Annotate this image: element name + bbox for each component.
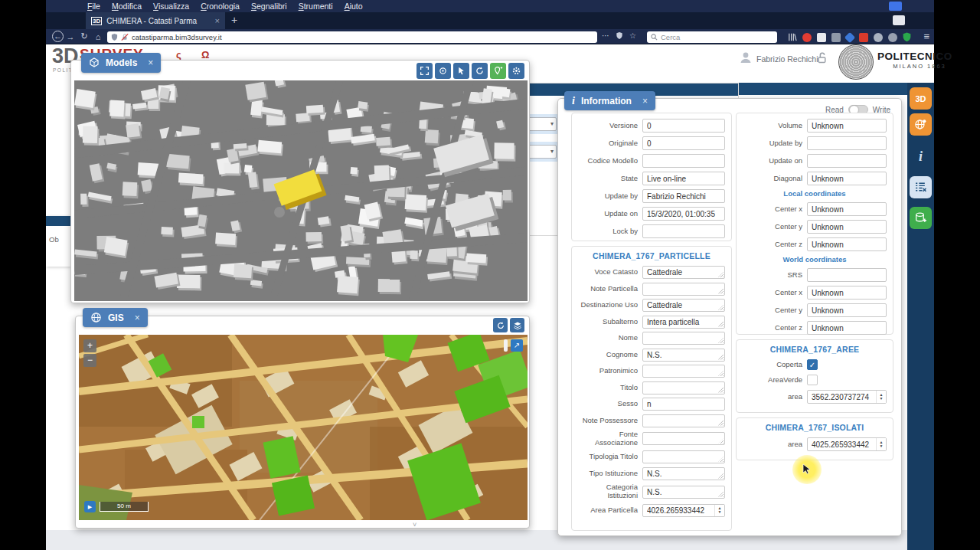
menu-cronologia[interactable]: Cronologia xyxy=(201,2,240,11)
gis-map-viewport[interactable]: + − ↗ ▶ 50 m xyxy=(79,335,528,520)
field-input[interactable] xyxy=(642,316,725,329)
map-play-button[interactable]: ▶ xyxy=(84,501,96,512)
gis-panel-tab[interactable]: GIS × xyxy=(83,308,148,327)
map-zoom-in-button[interactable]: + xyxy=(83,339,96,352)
menu-visualizza[interactable]: Visualizza xyxy=(153,2,189,11)
downloadhelper-icon[interactable] xyxy=(844,31,855,42)
information-panel-tab[interactable]: i Information × xyxy=(564,91,655,110)
back-button[interactable]: ← xyxy=(52,31,64,42)
map-zoom-out-button[interactable]: − xyxy=(83,354,96,367)
field-input[interactable] xyxy=(807,154,887,168)
sidebar-gis-button[interactable] xyxy=(910,113,932,136)
forward-button[interactable]: → xyxy=(64,32,77,41)
open-padlock-icon[interactable] xyxy=(816,52,828,64)
models-panel-tab[interactable]: Models × xyxy=(81,53,161,73)
field-input[interactable] xyxy=(807,268,887,282)
layers-button[interactable] xyxy=(510,318,524,332)
area-input[interactable] xyxy=(807,437,887,451)
field-input[interactable] xyxy=(642,136,725,150)
field-input[interactable] xyxy=(807,237,887,251)
map-info-handle[interactable] xyxy=(504,339,508,352)
field-input[interactable] xyxy=(642,266,725,279)
hamburger-menu-icon[interactable]: ≡ xyxy=(923,31,929,42)
close-icon[interactable]: × xyxy=(135,313,140,323)
page-actions-icon[interactable]: ⋯ xyxy=(602,31,609,40)
field-input[interactable] xyxy=(807,119,887,133)
number-stepper[interactable] xyxy=(876,391,886,403)
settings-gear-button[interactable] xyxy=(508,63,524,79)
insecure-lock-icon[interactable] xyxy=(121,33,129,41)
add-location-pin-button[interactable] xyxy=(490,63,506,79)
field-input[interactable] xyxy=(807,202,887,216)
fit-view-button[interactable] xyxy=(416,63,433,79)
menu-segnalibri[interactable]: Segnalibri xyxy=(251,2,287,11)
field-input[interactable] xyxy=(642,349,725,362)
menu-strumenti[interactable]: Strumenti xyxy=(299,2,333,11)
privacy-shield-icon[interactable] xyxy=(903,32,911,42)
field-input[interactable] xyxy=(642,299,725,312)
field-input[interactable] xyxy=(642,467,725,480)
ghostery-icon[interactable] xyxy=(888,33,897,42)
close-icon[interactable]: × xyxy=(642,96,648,106)
field-input[interactable] xyxy=(642,332,725,345)
protection-shield-icon[interactable] xyxy=(616,31,623,40)
bookmark-star-icon[interactable]: ☆ xyxy=(629,31,636,40)
library-icon[interactable] xyxy=(787,32,797,42)
field-input[interactable] xyxy=(642,283,725,296)
areaverde-checkbox[interactable] xyxy=(807,375,818,385)
shield-icon[interactable] xyxy=(111,33,118,41)
field-input[interactable] xyxy=(642,189,725,203)
number-stepper[interactable] xyxy=(876,438,886,450)
field-input[interactable] xyxy=(642,414,725,427)
target-button[interactable] xyxy=(435,63,451,79)
sidebar-database-add-button[interactable] xyxy=(910,207,932,229)
object-window-titlebar[interactable] xyxy=(46,216,70,226)
refresh-map-button[interactable] xyxy=(493,318,508,332)
field-input[interactable] xyxy=(807,220,887,234)
menu-file[interactable]: File xyxy=(87,2,100,11)
number-stepper[interactable] xyxy=(714,505,724,516)
window-control-icon[interactable] xyxy=(889,2,902,11)
pdf-icon[interactable] xyxy=(859,33,868,42)
container-icon[interactable] xyxy=(831,33,841,42)
sidebar-models-button[interactable]: 3D xyxy=(910,87,932,110)
menu-aiuto[interactable]: Aiuto xyxy=(345,2,363,11)
map-expand-button[interactable]: ↗ xyxy=(511,339,523,352)
sidebar-information-button[interactable]: i xyxy=(910,146,932,168)
pocket-icon[interactable] xyxy=(817,33,826,42)
user-name[interactable]: Fabrizio Rechichi xyxy=(756,54,818,64)
field-input[interactable] xyxy=(642,486,725,499)
field-input[interactable] xyxy=(807,172,887,185)
field-input[interactable] xyxy=(807,136,887,150)
field-input[interactable] xyxy=(642,207,725,221)
new-tab-button[interactable]: + xyxy=(231,14,237,26)
field-input[interactable] xyxy=(642,172,725,185)
field-input[interactable] xyxy=(642,365,725,378)
close-icon[interactable]: × xyxy=(148,57,153,68)
tab-close-icon[interactable]: × xyxy=(215,16,220,25)
select-cursor-button[interactable] xyxy=(453,63,469,79)
field-input[interactable] xyxy=(642,154,725,168)
field-input[interactable] xyxy=(807,303,887,317)
adblocker-icon[interactable] xyxy=(802,33,812,42)
reload-button[interactable]: ↻ xyxy=(77,31,91,41)
home-button[interactable]: ⌂ xyxy=(91,32,105,41)
user-avatar-icon[interactable] xyxy=(739,51,753,64)
panel-resize-chevron-icon[interactable]: ˅ xyxy=(413,521,416,529)
field-input[interactable] xyxy=(642,381,725,394)
field-input[interactable] xyxy=(807,321,887,335)
menu-modifica[interactable]: Modifica xyxy=(112,2,142,11)
field-input[interactable] xyxy=(642,432,725,445)
field-input[interactable] xyxy=(807,286,887,300)
account-icon[interactable] xyxy=(874,33,883,42)
search-bar[interactable]: Cerca xyxy=(647,31,777,43)
field-input[interactable] xyxy=(642,450,725,463)
field-input[interactable] xyxy=(642,504,725,517)
sidebar-list-button[interactable] xyxy=(910,176,932,198)
area-input[interactable] xyxy=(807,390,887,404)
field-input[interactable] xyxy=(642,119,725,133)
browser-tab[interactable]: 3D CHIMERA - Catasti Parma × xyxy=(86,12,225,29)
coperta-checkbox[interactable]: ✓ xyxy=(807,359,818,370)
field-input[interactable] xyxy=(642,398,725,411)
tabbar-right-icon[interactable] xyxy=(893,15,905,25)
